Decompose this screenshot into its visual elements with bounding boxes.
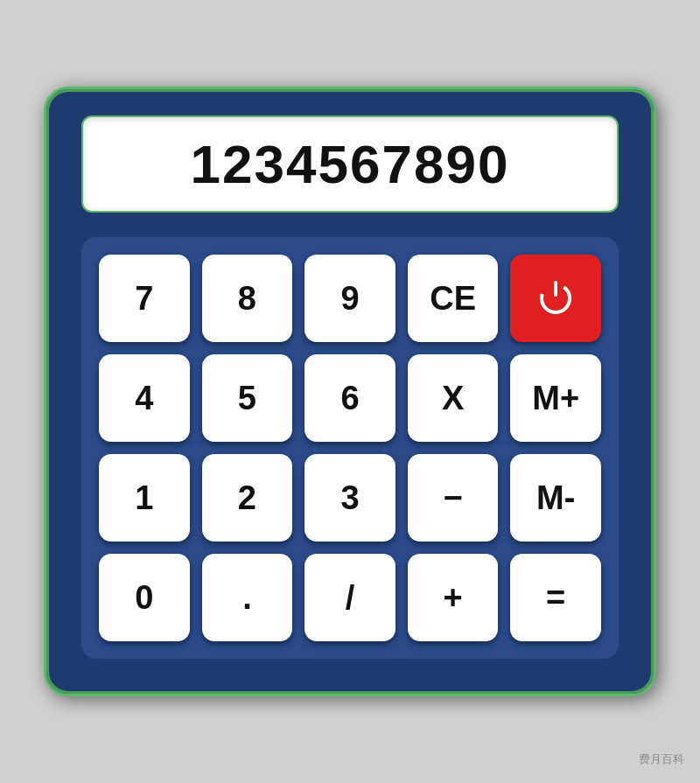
btn-ce[interactable]: CE bbox=[408, 255, 499, 342]
watermark: 费月百科 bbox=[639, 752, 684, 767]
display-container: 1234567890 bbox=[81, 115, 619, 213]
power-icon bbox=[533, 276, 578, 321]
calculator-body: 1234567890 7 8 9 CE bbox=[44, 87, 656, 696]
btn-3[interactable]: 3 bbox=[304, 454, 396, 542]
btn-power[interactable] bbox=[510, 255, 601, 342]
btn-0[interactable]: 0 bbox=[99, 554, 190, 641]
btn-plus[interactable]: + bbox=[408, 554, 499, 641]
btn-2[interactable]: 2 bbox=[202, 454, 293, 542]
button-row-3: 1 2 3 − M- bbox=[99, 454, 601, 542]
btn-4[interactable]: 4 bbox=[99, 354, 190, 442]
buttons-area: 7 8 9 CE 4 5 6 X M+ bbox=[81, 237, 619, 659]
btn-divide[interactable]: / bbox=[304, 554, 396, 641]
button-row-2: 4 5 6 X M+ bbox=[99, 354, 601, 442]
page-wrapper: 1234567890 7 8 9 CE bbox=[0, 0, 700, 783]
button-row-1: 7 8 9 CE bbox=[99, 255, 601, 342]
btn-dot[interactable]: . bbox=[202, 554, 293, 641]
btn-8[interactable]: 8 bbox=[202, 255, 293, 342]
btn-equals[interactable]: = bbox=[510, 554, 601, 641]
btn-7[interactable]: 7 bbox=[99, 255, 190, 342]
btn-1[interactable]: 1 bbox=[99, 454, 190, 542]
button-row-4: 0 . / + = bbox=[99, 554, 601, 641]
btn-5[interactable]: 5 bbox=[202, 354, 293, 442]
btn-6[interactable]: 6 bbox=[304, 354, 396, 442]
btn-mminus[interactable]: M- bbox=[510, 454, 601, 542]
btn-multiply[interactable]: X bbox=[408, 354, 499, 442]
btn-mplus[interactable]: M+ bbox=[510, 354, 601, 442]
btn-minus[interactable]: − bbox=[408, 454, 499, 542]
btn-9[interactable]: 9 bbox=[304, 255, 396, 342]
display-value: 1234567890 bbox=[109, 133, 591, 195]
